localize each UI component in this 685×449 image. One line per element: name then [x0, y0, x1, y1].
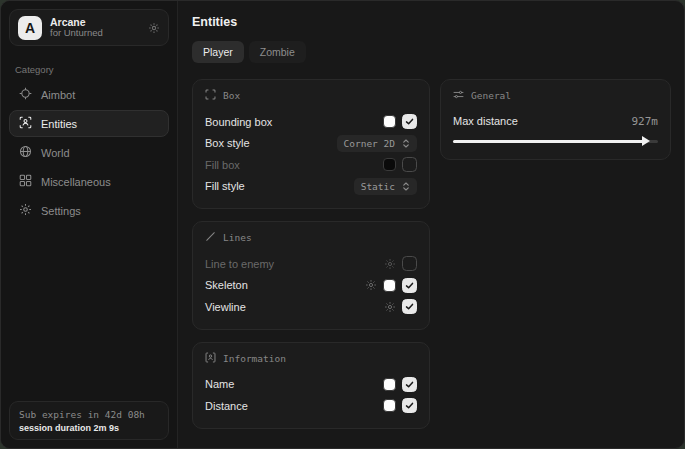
sidebar-item-world[interactable]: World — [9, 139, 169, 166]
color-swatch[interactable] — [383, 115, 396, 128]
sidebar-item-label: Aimbot — [41, 89, 75, 101]
setting-label: Viewline — [205, 301, 246, 313]
sidebar-item-label: Settings — [41, 205, 81, 217]
chevron-updown-icon — [402, 139, 410, 148]
gear-icon[interactable] — [384, 258, 396, 270]
tab-zombie[interactable]: Zombie — [249, 41, 306, 63]
gear-icon[interactable] — [365, 279, 377, 291]
card-title: Lines — [223, 232, 252, 243]
setting-label: Fill style — [205, 180, 245, 192]
checkbox[interactable] — [402, 398, 417, 413]
crosshair-icon — [19, 87, 32, 102]
gear-icon[interactable] — [384, 301, 396, 313]
slider-track[interactable] — [453, 140, 658, 143]
setting-label: Bounding box — [205, 116, 272, 128]
lines-card: Lines Line to enemy — [192, 221, 430, 330]
setting-row-fill-box: Fill box — [205, 154, 417, 176]
sidebar-item-label: Miscellaneous — [41, 176, 111, 188]
card-title: Box — [223, 90, 240, 101]
setting-row-max-distance: Max distance 927m — [453, 111, 658, 131]
slider-thumb[interactable] — [642, 136, 650, 146]
setting-row-line-to-enemy: Line to enemy — [205, 253, 417, 275]
dropdown-value: Corner 2D — [344, 138, 395, 149]
sidebar-item-aimbot[interactable]: Aimbot — [9, 81, 169, 108]
card-title: Information — [223, 353, 286, 364]
checkbox[interactable] — [402, 114, 417, 129]
app-subtitle: for Unturned — [50, 28, 140, 39]
info-person-icon — [205, 352, 216, 365]
setting-row-bounding-box: Bounding box — [205, 111, 417, 133]
information-card: Information Name Distance — [192, 342, 430, 429]
sidebar-item-settings[interactable]: Settings — [9, 197, 169, 224]
color-swatch[interactable] — [383, 378, 396, 391]
card-title: General — [471, 90, 511, 101]
slider-fill — [453, 140, 644, 143]
sidebar-item-label: Entities — [41, 118, 77, 130]
globe-icon — [19, 145, 32, 160]
sidebar-item-entities[interactable]: Entities — [9, 110, 169, 137]
subscription-card: Sub expires in 42d 08h session duration … — [9, 401, 169, 440]
page-title: Entities — [192, 15, 671, 29]
color-swatch[interactable] — [383, 279, 396, 292]
line-icon — [205, 231, 216, 244]
color-swatch[interactable] — [383, 399, 396, 412]
dropdown-value: Static — [361, 181, 395, 192]
entity-tabs: Player Zombie — [192, 41, 671, 63]
setting-label: Name — [205, 378, 234, 390]
sidebar: A Arcane for Unturned Category — [1, 1, 178, 448]
checkbox[interactable] — [402, 377, 417, 392]
main-panel: Entities Player Zombie Box — [178, 1, 684, 448]
sliders-icon — [453, 89, 464, 102]
setting-label: Fill box — [205, 159, 240, 171]
color-swatch[interactable] — [383, 158, 396, 171]
scan-person-icon — [19, 116, 32, 131]
general-card: General Max distance 927m — [440, 79, 671, 160]
gear-icon[interactable] — [148, 22, 160, 34]
app-logo: A — [18, 16, 42, 40]
checkbox[interactable] — [402, 157, 417, 172]
slider-value: 927m — [632, 115, 659, 128]
checkbox[interactable] — [402, 299, 417, 314]
category-label: Category — [15, 64, 163, 75]
sub-expires-text: Sub expires in 42d 08h — [19, 409, 159, 420]
setting-row-distance: Distance — [205, 395, 417, 417]
setting-row-viewline: Viewline — [205, 296, 417, 318]
setting-label: Distance — [205, 400, 248, 412]
box-style-dropdown[interactable]: Corner 2D — [337, 135, 417, 152]
checkbox[interactable] — [402, 278, 417, 293]
setting-row-box-style: Box style Corner 2D — [205, 133, 417, 155]
setting-row-skeleton: Skeleton — [205, 275, 417, 297]
fill-style-dropdown[interactable]: Static — [354, 178, 417, 195]
setting-label: Skeleton — [205, 279, 248, 291]
logo-text: Arcane for Unturned — [50, 16, 140, 39]
setting-row-fill-style: Fill style Static — [205, 176, 417, 198]
chevron-updown-icon — [402, 182, 410, 191]
checkbox[interactable] — [402, 256, 417, 271]
setting-label: Box style — [205, 137, 250, 149]
setting-row-name: Name — [205, 374, 417, 396]
sidebar-nav: Aimbot Entities — [9, 81, 169, 224]
bounding-box-icon — [205, 89, 216, 102]
tab-player[interactable]: Player — [192, 41, 244, 63]
app-window: A Arcane for Unturned Category — [0, 0, 685, 449]
gear-icon — [19, 203, 32, 218]
setting-label: Line to enemy — [205, 258, 274, 270]
session-duration-text: session duration 2m 9s — [19, 423, 159, 433]
sidebar-item-label: World — [41, 147, 70, 159]
grid-icon — [19, 174, 32, 189]
sidebar-item-miscellaneous[interactable]: Miscellaneous — [9, 168, 169, 195]
setting-label: Max distance — [453, 115, 518, 127]
max-distance-slider[interactable] — [453, 134, 658, 148]
logo-card: A Arcane for Unturned — [9, 9, 169, 46]
box-card: Box Bounding box Box style — [192, 79, 430, 209]
